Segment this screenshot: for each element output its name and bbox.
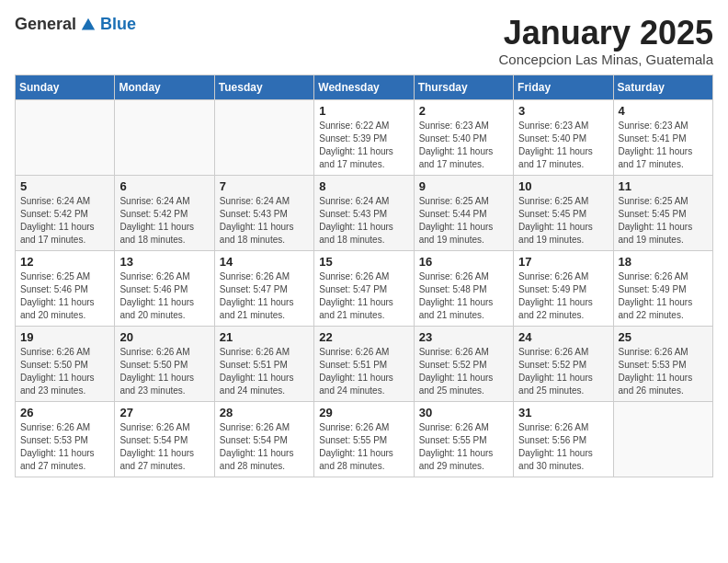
calendar-cell: 16Sunrise: 6:26 AM Sunset: 5:48 PM Dayli… bbox=[414, 250, 513, 326]
calendar-week-row: 12Sunrise: 6:25 AM Sunset: 5:46 PM Dayli… bbox=[16, 250, 713, 326]
day-number: 3 bbox=[518, 104, 608, 118]
day-header-tuesday: Tuesday bbox=[214, 75, 313, 99]
day-number: 1 bbox=[319, 104, 408, 118]
day-info: Sunrise: 6:24 AM Sunset: 5:43 PM Dayligh… bbox=[319, 195, 408, 247]
day-number: 11 bbox=[619, 179, 708, 193]
calendar-cell bbox=[16, 99, 115, 175]
day-info: Sunrise: 6:26 AM Sunset: 5:49 PM Dayligh… bbox=[619, 270, 708, 322]
calendar-cell: 27Sunrise: 6:26 AM Sunset: 5:54 PM Dayli… bbox=[115, 401, 214, 477]
day-number: 15 bbox=[319, 255, 408, 269]
day-number: 13 bbox=[119, 255, 209, 269]
day-info: Sunrise: 6:26 AM Sunset: 5:50 PM Dayligh… bbox=[20, 346, 109, 397]
day-info: Sunrise: 6:26 AM Sunset: 5:48 PM Dayligh… bbox=[419, 270, 508, 322]
day-number: 29 bbox=[319, 406, 408, 419]
day-info: Sunrise: 6:26 AM Sunset: 5:47 PM Dayligh… bbox=[220, 270, 309, 322]
calendar-week-row: 19Sunrise: 6:26 AM Sunset: 5:50 PM Dayli… bbox=[16, 326, 713, 401]
day-info: Sunrise: 6:23 AM Sunset: 5:40 PM Dayligh… bbox=[419, 120, 508, 171]
day-header-saturday: Saturday bbox=[613, 75, 712, 99]
day-number: 21 bbox=[220, 330, 309, 344]
calendar-week-row: 26Sunrise: 6:26 AM Sunset: 5:53 PM Dayli… bbox=[16, 401, 713, 477]
day-number: 24 bbox=[518, 330, 608, 344]
calendar-header-row: SundayMondayTuesdayWednesdayThursdayFrid… bbox=[16, 75, 713, 99]
calendar-cell: 17Sunrise: 6:26 AM Sunset: 5:49 PM Dayli… bbox=[514, 250, 613, 326]
day-number: 9 bbox=[419, 179, 508, 193]
day-number: 8 bbox=[319, 179, 408, 193]
svg-marker-0 bbox=[82, 17, 95, 29]
calendar-cell: 3Sunrise: 6:23 AM Sunset: 5:40 PM Daylig… bbox=[514, 99, 613, 175]
day-header-sunday: Sunday bbox=[16, 75, 115, 99]
day-number: 31 bbox=[518, 406, 608, 419]
calendar-cell: 7Sunrise: 6:24 AM Sunset: 5:43 PM Daylig… bbox=[214, 175, 313, 250]
day-header-thursday: Thursday bbox=[414, 75, 513, 99]
calendar-cell: 5Sunrise: 6:24 AM Sunset: 5:42 PM Daylig… bbox=[16, 175, 115, 250]
calendar-cell: 28Sunrise: 6:26 AM Sunset: 5:54 PM Dayli… bbox=[214, 401, 313, 477]
calendar-cell: 23Sunrise: 6:26 AM Sunset: 5:52 PM Dayli… bbox=[414, 326, 513, 401]
day-number: 4 bbox=[619, 104, 708, 118]
day-info: Sunrise: 6:25 AM Sunset: 5:45 PM Dayligh… bbox=[619, 195, 708, 247]
calendar-table: SundayMondayTuesdayWednesdayThursdayFrid… bbox=[15, 75, 713, 477]
day-info: Sunrise: 6:23 AM Sunset: 5:41 PM Dayligh… bbox=[619, 120, 708, 171]
page-header: General Blue January 2025 Concepcion Las… bbox=[15, 15, 713, 67]
calendar-cell: 29Sunrise: 6:26 AM Sunset: 5:55 PM Dayli… bbox=[314, 401, 414, 477]
logo-icon bbox=[80, 17, 97, 33]
logo-general: General bbox=[15, 15, 76, 34]
day-number: 23 bbox=[419, 330, 508, 344]
day-info: Sunrise: 6:24 AM Sunset: 5:42 PM Dayligh… bbox=[20, 195, 109, 247]
day-number: 19 bbox=[20, 330, 109, 344]
day-number: 16 bbox=[419, 255, 508, 269]
day-number: 27 bbox=[119, 406, 209, 419]
location-subtitle: Concepcion Las Minas, Guatemala bbox=[499, 52, 713, 67]
day-info: Sunrise: 6:25 AM Sunset: 5:45 PM Dayligh… bbox=[518, 195, 608, 247]
day-info: Sunrise: 6:23 AM Sunset: 5:40 PM Dayligh… bbox=[518, 120, 608, 171]
day-info: Sunrise: 6:26 AM Sunset: 5:52 PM Dayligh… bbox=[419, 346, 508, 397]
day-info: Sunrise: 6:26 AM Sunset: 5:51 PM Dayligh… bbox=[319, 346, 408, 397]
day-header-friday: Friday bbox=[514, 75, 613, 99]
day-info: Sunrise: 6:25 AM Sunset: 5:46 PM Dayligh… bbox=[20, 270, 109, 322]
calendar-cell: 8Sunrise: 6:24 AM Sunset: 5:43 PM Daylig… bbox=[314, 175, 414, 250]
day-info: Sunrise: 6:26 AM Sunset: 5:54 PM Dayligh… bbox=[119, 421, 209, 473]
calendar-cell: 15Sunrise: 6:26 AM Sunset: 5:47 PM Dayli… bbox=[314, 250, 414, 326]
calendar-cell: 24Sunrise: 6:26 AM Sunset: 5:52 PM Dayli… bbox=[514, 326, 613, 401]
calendar-cell: 11Sunrise: 6:25 AM Sunset: 5:45 PM Dayli… bbox=[613, 175, 712, 250]
day-number: 28 bbox=[220, 406, 309, 419]
day-info: Sunrise: 6:24 AM Sunset: 5:43 PM Dayligh… bbox=[220, 195, 309, 247]
calendar-cell: 19Sunrise: 6:26 AM Sunset: 5:50 PM Dayli… bbox=[16, 326, 115, 401]
calendar-cell bbox=[115, 99, 214, 175]
day-info: Sunrise: 6:26 AM Sunset: 5:55 PM Dayligh… bbox=[319, 421, 408, 473]
day-number: 20 bbox=[119, 330, 209, 344]
calendar-cell: 13Sunrise: 6:26 AM Sunset: 5:46 PM Dayli… bbox=[115, 250, 214, 326]
day-info: Sunrise: 6:26 AM Sunset: 5:55 PM Dayligh… bbox=[419, 421, 508, 473]
day-number: 22 bbox=[319, 330, 408, 344]
day-number: 12 bbox=[20, 255, 109, 269]
calendar-cell: 12Sunrise: 6:25 AM Sunset: 5:46 PM Dayli… bbox=[16, 250, 115, 326]
calendar-cell: 1Sunrise: 6:22 AM Sunset: 5:39 PM Daylig… bbox=[314, 99, 414, 175]
calendar-cell: 6Sunrise: 6:24 AM Sunset: 5:42 PM Daylig… bbox=[115, 175, 214, 250]
day-number: 7 bbox=[220, 179, 309, 193]
day-number: 26 bbox=[20, 406, 109, 419]
day-header-wednesday: Wednesday bbox=[314, 75, 414, 99]
calendar-cell bbox=[214, 99, 313, 175]
day-info: Sunrise: 6:26 AM Sunset: 5:49 PM Dayligh… bbox=[518, 270, 608, 322]
calendar-cell: 10Sunrise: 6:25 AM Sunset: 5:45 PM Dayli… bbox=[514, 175, 613, 250]
calendar-cell: 21Sunrise: 6:26 AM Sunset: 5:51 PM Dayli… bbox=[214, 326, 313, 401]
day-info: Sunrise: 6:26 AM Sunset: 5:54 PM Dayligh… bbox=[220, 421, 309, 473]
calendar-cell: 20Sunrise: 6:26 AM Sunset: 5:50 PM Dayli… bbox=[115, 326, 214, 401]
day-info: Sunrise: 6:26 AM Sunset: 5:52 PM Dayligh… bbox=[518, 346, 608, 397]
calendar-cell: 26Sunrise: 6:26 AM Sunset: 5:53 PM Dayli… bbox=[16, 401, 115, 477]
day-number: 2 bbox=[419, 104, 508, 118]
calendar-cell: 4Sunrise: 6:23 AM Sunset: 5:41 PM Daylig… bbox=[613, 99, 712, 175]
calendar-body: 1Sunrise: 6:22 AM Sunset: 5:39 PM Daylig… bbox=[16, 99, 713, 477]
day-info: Sunrise: 6:24 AM Sunset: 5:42 PM Dayligh… bbox=[119, 195, 209, 247]
calendar-cell: 31Sunrise: 6:26 AM Sunset: 5:56 PM Dayli… bbox=[514, 401, 613, 477]
day-info: Sunrise: 6:26 AM Sunset: 5:50 PM Dayligh… bbox=[119, 346, 209, 397]
month-title: January 2025 bbox=[499, 15, 713, 52]
calendar-cell: 2Sunrise: 6:23 AM Sunset: 5:40 PM Daylig… bbox=[414, 99, 513, 175]
logo: General Blue bbox=[15, 15, 136, 34]
calendar-cell: 30Sunrise: 6:26 AM Sunset: 5:55 PM Dayli… bbox=[414, 401, 513, 477]
calendar-cell: 9Sunrise: 6:25 AM Sunset: 5:44 PM Daylig… bbox=[414, 175, 513, 250]
day-info: Sunrise: 6:26 AM Sunset: 5:47 PM Dayligh… bbox=[319, 270, 408, 322]
day-number: 25 bbox=[619, 330, 708, 344]
day-info: Sunrise: 6:22 AM Sunset: 5:39 PM Dayligh… bbox=[319, 120, 408, 171]
day-info: Sunrise: 6:26 AM Sunset: 5:46 PM Dayligh… bbox=[119, 270, 209, 322]
calendar-week-row: 1Sunrise: 6:22 AM Sunset: 5:39 PM Daylig… bbox=[16, 99, 713, 175]
